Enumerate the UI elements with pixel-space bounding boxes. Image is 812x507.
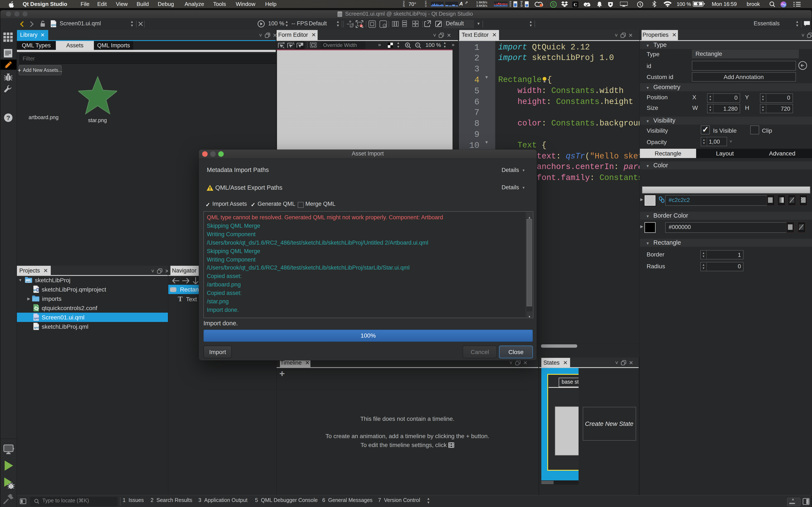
svg-text:qml: qml xyxy=(51,23,56,26)
svg-text:qml: qml xyxy=(34,326,39,329)
svg-text:S: S xyxy=(552,2,555,7)
svg-text:qml: qml xyxy=(34,317,39,320)
svg-text:A: A xyxy=(292,42,294,45)
svg-text:qml: qml xyxy=(26,280,31,282)
svg-text:?: ? xyxy=(6,114,10,121)
svg-text:DS: DS xyxy=(338,14,341,16)
svg-text:C: C xyxy=(574,2,577,7)
